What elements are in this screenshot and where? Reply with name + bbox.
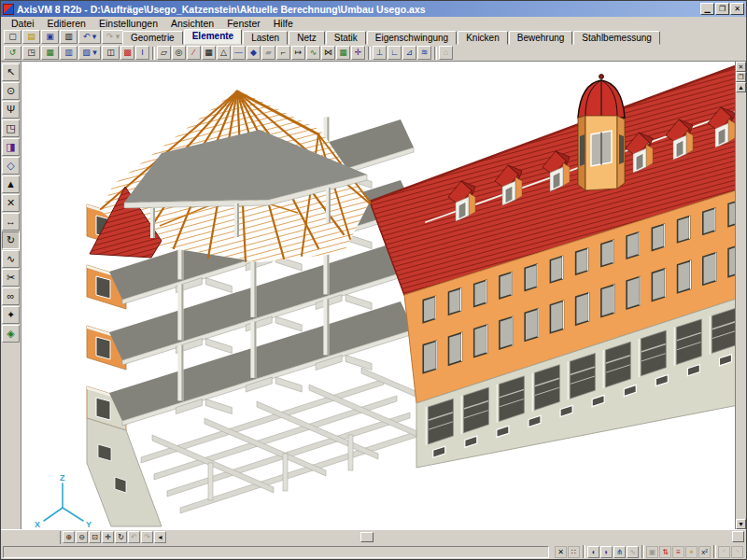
cross-section-button[interactable]: I [135,46,149,60]
print-button[interactable]: ▥ [60,30,78,44]
delta-display-button[interactable]: ⇅ [659,546,671,558]
mouse-left-mode-button[interactable]: ◖ [587,546,599,558]
tab-netz[interactable]: Netz [289,31,325,45]
hole-button[interactable]: ◎ [172,46,186,60]
dof-button[interactable]: ✛ [351,46,365,60]
tab-stahlbemessung[interactable]: Stahlbemessung [573,31,660,45]
scroll-down-button[interactable]: ▼ [736,519,746,529]
tab-geometrie[interactable]: Geometrie [122,31,183,45]
child-restore-button[interactable]: ❐ [736,72,746,82]
tab-bewehrung[interactable]: Bewehrung [509,31,573,45]
collapse-button[interactable]: ◂ [154,531,166,543]
crosshair-toggle-button[interactable]: ✕ [555,546,567,558]
cut-button[interactable]: ✂ [2,269,20,287]
rib-button[interactable]: ⌐ [276,46,290,60]
zoom-fit-icon: ⊡ [92,533,98,541]
workplane-icon: ▣ [649,548,656,556]
menu-item-fenster[interactable]: Fenster [220,18,267,29]
line-element-button[interactable]: ∕ [187,46,201,60]
drawing-canvas[interactable]: ZXY [21,62,735,529]
tab-eigenschwingung[interactable]: Eigenschwingung [367,31,457,45]
mirror-button[interactable]: ◨ [2,138,20,156]
workplane-button[interactable]: ▣ [646,546,658,558]
menu-item-ansichten[interactable]: Ansichten [164,18,220,29]
perspective-button[interactable]: ◳ [22,46,40,60]
child-close-button[interactable]: ✕ [736,62,746,72]
library-button[interactable]: ▧ ▾ [78,46,101,60]
section-button[interactable]: ◈ [2,325,20,343]
zoom-button[interactable]: ⊙ [2,82,20,100]
footing-button[interactable]: ⌂ [439,46,453,60]
arc-tool2-button[interactable]: ◝ [731,546,743,558]
line-snap-button[interactable]: ∿ [627,546,639,558]
edge-hinge-button[interactable]: ⊿ [402,46,416,60]
arc-tool-button[interactable]: ◜ [718,546,730,558]
menu-item-editieren[interactable]: Editieren [41,18,92,29]
menu-item-datei[interactable]: Datei [5,18,41,29]
tools-button[interactable]: ✦ [2,306,20,324]
minimize-button[interactable]: ▁ [700,3,714,15]
spline-button[interactable]: ∿ [2,250,20,268]
material-button[interactable]: ▩ [120,46,134,60]
title-bar[interactable]: AxisVM 8 R2b - D:\Aufträge\Usego_Katzens… [1,1,746,17]
rotate-view-button[interactable]: ↻ [115,531,127,543]
mouse-right-mode-button[interactable]: ◗ [600,546,613,558]
wall-button[interactable]: ▰ [261,46,275,60]
report-maker-button[interactable]: ▥ [60,46,78,60]
drawings-window-button[interactable]: ◫ [102,46,120,60]
gap-element-button[interactable]: ↦ [291,46,305,60]
color-legend-button[interactable]: ≡ [672,546,684,558]
zoom-out-button[interactable]: ⊖ [76,531,88,543]
splitter-handle[interactable] [360,532,374,542]
render-button[interactable]: ∞ [2,287,20,305]
rotate-button[interactable]: ▲ [2,175,20,193]
scroll-up-button[interactable]: ▲ [736,82,746,92]
move-button[interactable]: ◇ [2,157,20,175]
open-button[interactable]: ▤ [22,30,40,44]
mesh-button[interactable]: ▦ [202,46,216,60]
coord-system-button[interactable]: ⌖ [685,546,698,558]
link-button[interactable]: ⋈ [321,46,335,60]
surface-support-button[interactable]: ≋ [417,46,431,60]
plate-button[interactable]: ◆ [247,46,261,60]
line-support-button[interactable]: ∟ [388,46,402,60]
window-title: AxisVM 8 R2b - D:\Aufträge\Usego_Katzens… [17,4,699,15]
numbering-button[interactable]: x² [698,546,711,558]
zoom-in-button[interactable]: ⊕ [63,531,75,543]
nodal-support-button[interactable]: ⊥ [373,46,387,60]
spring-button[interactable]: ∿ [306,46,320,60]
tab-knicken[interactable]: Knicken [458,31,508,45]
dimension-button[interactable]: ↔ [2,213,20,231]
view-redo-button[interactable]: ↷ [141,531,153,543]
parts-button[interactable]: Ψ [2,101,20,119]
restore-button[interactable]: ❐ [715,3,729,15]
node-snap-button[interactable]: ⋔ [613,546,626,558]
status-message [3,546,549,558]
pan-button[interactable]: ✛ [102,531,114,543]
grid-snap-button[interactable]: ∷ [568,546,580,558]
copy-button[interactable]: ◳ [2,119,20,137]
corner-grip[interactable] [732,531,744,542]
table-browser-button[interactable]: ▦ [41,46,59,60]
support-triangle-button[interactable]: △ [217,46,231,60]
scrollbar-track[interactable] [736,92,746,519]
tab-elemente[interactable]: Elemente [184,29,242,45]
select-arrow-button[interactable]: ↖ [2,63,20,81]
undo-button[interactable]: ↶ ▾ [78,30,101,44]
refresh-button[interactable]: ↺ [4,46,21,60]
menu-item-einstellungen[interactable]: Einstellungen [92,18,164,29]
section-icon: ◈ [7,328,14,339]
domain-mesh-button[interactable]: ▦ [336,46,350,60]
orbit-button[interactable]: ↻ [2,231,20,249]
tab-statik[interactable]: Statik [326,31,366,45]
zoom-fit-button[interactable]: ⊡ [89,531,101,543]
new-button[interactable]: ▢ [4,30,21,44]
beam-button[interactable]: — [232,46,246,60]
close-button[interactable]: ✕ [730,3,744,15]
delete-button[interactable]: ✕ [2,194,20,212]
view-undo-button[interactable]: ↶ [128,531,140,543]
tab-lasten[interactable]: Lasten [243,31,288,45]
domain-button[interactable]: ▱ [157,46,171,60]
menu-item-hilfe[interactable]: Hilfe [267,18,300,29]
save-button[interactable]: ▣ [41,30,59,44]
